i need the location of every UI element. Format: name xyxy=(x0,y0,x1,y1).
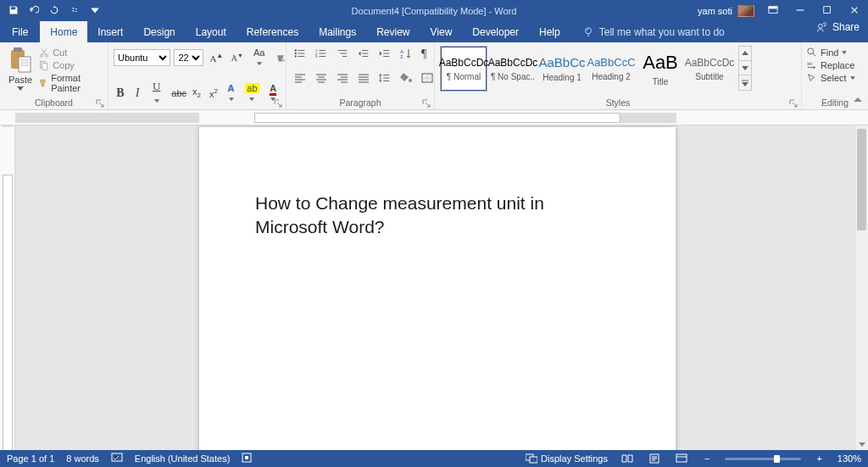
bold-button[interactable]: B xyxy=(114,85,127,102)
macro-record-icon[interactable] xyxy=(242,453,252,464)
zoom-out-button[interactable]: − xyxy=(701,453,713,464)
borders-button[interactable] xyxy=(419,71,436,86)
ribbon: Paste Cut Copy Format Painter Clipboard … xyxy=(0,42,868,110)
styles-scroll-down-icon[interactable] xyxy=(739,61,751,75)
style--normal[interactable]: AaBbCcDc¶ Normal xyxy=(440,46,487,92)
superscript-button[interactable]: x2 xyxy=(207,86,220,101)
undo-icon[interactable] xyxy=(29,5,39,17)
tab-file[interactable]: File xyxy=(0,21,40,42)
style-title[interactable]: AaBTitle xyxy=(637,46,684,92)
maximize-icon[interactable] xyxy=(819,5,836,17)
style--no-spac-[interactable]: AaBbCcDc¶ No Spac.. xyxy=(489,46,537,92)
spellcheck-icon[interactable] xyxy=(111,453,123,464)
grow-font-button[interactable]: A▲ xyxy=(207,50,225,65)
align-right-button[interactable] xyxy=(334,71,351,86)
copy-button[interactable]: Copy xyxy=(39,60,103,70)
find-label: Find xyxy=(821,47,838,58)
text-effects-button[interactable]: A xyxy=(224,81,238,105)
select-label: Select xyxy=(821,73,847,83)
shading-button[interactable] xyxy=(398,71,415,86)
styles-expand-icon[interactable] xyxy=(739,75,751,90)
zoom-in-button[interactable]: + xyxy=(813,453,825,464)
change-case-button[interactable]: Aa xyxy=(248,46,270,69)
language-indicator[interactable]: English (United States) xyxy=(135,453,231,464)
qat-dropdown-icon[interactable] xyxy=(90,5,100,17)
tab-insert[interactable]: Insert xyxy=(87,21,133,42)
word-count[interactable]: 8 words xyxy=(66,453,99,464)
shrink-font-button[interactable]: A▼ xyxy=(229,51,246,64)
replace-button[interactable]: abReplace xyxy=(807,60,855,70)
scroll-down-icon[interactable] xyxy=(855,438,868,450)
redo-icon[interactable] xyxy=(49,5,59,17)
paste-button[interactable]: Paste xyxy=(5,46,36,92)
tab-help[interactable]: Help xyxy=(529,21,570,42)
qat-customize-icon[interactable] xyxy=(70,5,80,17)
style-heading-1[interactable]: AaBbCcHeading 1 xyxy=(538,46,586,92)
read-mode-icon[interactable] xyxy=(620,453,635,464)
font-launcher-icon[interactable] xyxy=(274,99,282,108)
page-indicator[interactable]: Page 1 of 1 xyxy=(7,453,54,464)
style-subtitle[interactable]: AaBbCcDcSubtitle xyxy=(686,46,733,92)
increase-indent-button[interactable] xyxy=(376,47,393,62)
tab-layout[interactable]: Layout xyxy=(186,21,236,42)
font-size-select[interactable]: 22 xyxy=(174,49,203,66)
ruler-vertical[interactable] xyxy=(0,125,15,450)
vertical-scrollbar[interactable] xyxy=(854,125,868,450)
font-name-select[interactable]: Ubuntu xyxy=(114,49,170,66)
web-layout-icon[interactable] xyxy=(674,453,689,464)
display-settings-button[interactable]: Display Settings xyxy=(526,453,608,464)
status-bar: Page 1 of 1 8 words English (United Stat… xyxy=(0,450,868,467)
numbering-button[interactable]: 123 xyxy=(313,47,330,62)
justify-button[interactable] xyxy=(355,71,372,86)
tab-references[interactable]: References xyxy=(236,21,309,42)
underline-button[interactable]: U xyxy=(147,78,165,108)
ribbon-display-options-icon[interactable] xyxy=(765,5,782,17)
avatar-icon xyxy=(737,5,754,17)
italic-button[interactable]: I xyxy=(131,85,144,102)
tab-design[interactable]: Design xyxy=(133,21,185,42)
tab-review[interactable]: Review xyxy=(366,21,420,42)
account-button[interactable]: yam soti xyxy=(698,5,754,17)
collapse-ribbon-icon[interactable] xyxy=(853,95,863,107)
tab-view[interactable]: View xyxy=(420,21,463,42)
page[interactable]: How to Change measurement unit in Micros… xyxy=(199,127,676,450)
tab-developer[interactable]: Developer xyxy=(462,21,529,42)
bullets-button[interactable] xyxy=(292,47,309,62)
align-left-button[interactable] xyxy=(292,71,309,86)
highlight-button[interactable]: ab xyxy=(242,81,262,105)
styles-scroll-up-icon[interactable] xyxy=(739,47,751,61)
document-text[interactable]: How to Change measurement unit in Micros… xyxy=(255,192,620,240)
line-spacing-button[interactable] xyxy=(376,71,393,86)
multilevel-list-button[interactable] xyxy=(334,47,351,62)
select-button[interactable]: Select xyxy=(807,73,855,83)
share-button[interactable]: Share xyxy=(816,21,860,33)
format-painter-button[interactable]: Format Painter xyxy=(39,73,103,93)
paragraph-launcher-icon[interactable] xyxy=(422,99,431,108)
style-heading-2[interactable]: AaBbCcCHeading 2 xyxy=(587,46,635,92)
save-icon[interactable] xyxy=(8,5,19,17)
decrease-indent-button[interactable] xyxy=(355,47,372,62)
tab-mailings[interactable]: Mailings xyxy=(309,21,366,42)
clipboard-launcher-icon[interactable] xyxy=(96,99,104,108)
minimize-icon[interactable] xyxy=(792,5,809,17)
subscript-button[interactable]: x2 xyxy=(190,85,203,101)
close-icon[interactable] xyxy=(846,5,863,17)
sort-button[interactable]: AZ xyxy=(398,47,415,62)
show-hide-button[interactable]: ¶ xyxy=(419,46,429,63)
ruler-horizontal[interactable] xyxy=(0,110,868,125)
scrollbar-thumb[interactable] xyxy=(857,129,866,231)
svg-rect-31 xyxy=(676,454,687,462)
strikethrough-button[interactable]: abc xyxy=(169,86,186,100)
style-preview: AaBbCcDc xyxy=(488,57,538,69)
zoom-level[interactable]: 130% xyxy=(837,453,861,464)
styles-launcher-icon[interactable] xyxy=(789,99,798,108)
zoom-slider-thumb[interactable] xyxy=(774,455,780,463)
clear-formatting-button[interactable] xyxy=(273,50,288,64)
print-layout-icon[interactable] xyxy=(647,453,662,464)
zoom-slider[interactable] xyxy=(725,458,801,460)
tell-me-search[interactable]: Tell me what you want to do xyxy=(570,21,725,42)
align-center-button[interactable] xyxy=(313,71,330,86)
find-button[interactable]: Find xyxy=(807,47,855,58)
tab-home[interactable]: Home xyxy=(40,21,87,42)
cut-button[interactable]: Cut xyxy=(39,47,103,58)
